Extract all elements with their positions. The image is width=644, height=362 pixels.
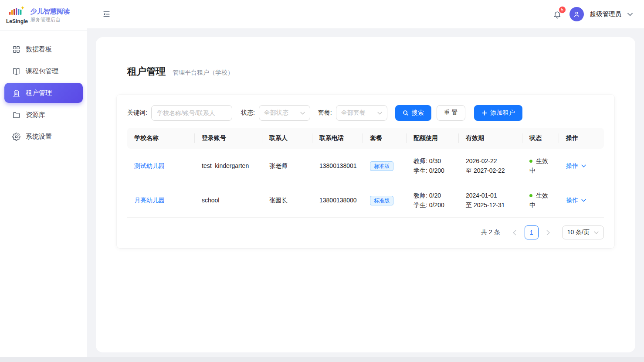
quota-student: 学生: 0/200 <box>414 166 452 175</box>
user-icon <box>573 10 580 18</box>
pagination-next-button[interactable] <box>542 226 555 239</box>
col-contact: 联系人 <box>262 128 312 149</box>
valid-to: 至 2025-12-31 <box>466 200 515 210</box>
table-header-row: 学校名称 登录账号 联系人 联系电话 套餐 配额使用 有效期 状态 操作 <box>127 128 604 149</box>
login-account: test_kindergarten <box>195 149 262 183</box>
validity-cell: 2024-01-01 至 2025-12-31 <box>459 183 522 218</box>
login-account: school <box>195 183 262 218</box>
sidebar-item-label: 资源库 <box>26 111 45 119</box>
col-quota: 配额使用 <box>407 128 459 149</box>
validity-cell: 2026-02-22 至 2027-02-22 <box>459 149 522 183</box>
sidebar-item-label: 系统设置 <box>26 133 52 141</box>
status-dot-icon <box>529 194 532 197</box>
table-row: 月亮幼儿园 school 张园长 13800138000 标准版 教师: 0/2… <box>127 183 604 218</box>
page-title: 租户管理 <box>127 65 166 78</box>
search-button[interactable]: 搜索 <box>395 105 431 121</box>
status-dot-icon <box>529 160 532 163</box>
search-icon <box>403 110 409 116</box>
plan-tag: 标准版 <box>370 161 393 171</box>
tenant-table: 学校名称 登录账号 联系人 联系电话 套餐 配额使用 有效期 状态 操作 <box>127 128 604 218</box>
plan-select-value: 全部套餐 <box>341 109 366 117</box>
row-actions-dropdown[interactable]: 操作 <box>566 161 586 171</box>
status-cell: 生效中 <box>522 183 559 218</box>
notification-button[interactable]: 5 <box>551 8 563 20</box>
status-cell: 生效中 <box>522 149 559 183</box>
status-select-value: 全部状态 <box>264 109 288 117</box>
status-label: 状态: <box>241 109 255 117</box>
sidebar-item-label: 数据看板 <box>26 45 52 54</box>
pagination-page-1[interactable]: 1 <box>525 225 539 239</box>
notification-badge: 5 <box>559 6 566 14</box>
folder-icon <box>12 111 20 119</box>
menu-fold-icon <box>102 10 111 18</box>
tenant-panel: 关键词: 状态: 全部状态 套餐: 全部套餐 <box>117 95 614 248</box>
quota-student: 学生: 0/200 <box>414 200 452 210</box>
table-row: 测试幼儿园 test_kindergarten 张老师 13800138001 … <box>127 149 604 183</box>
plus-icon <box>481 110 488 116</box>
keyword-label: 关键词: <box>127 109 147 117</box>
building-icon <box>12 89 20 97</box>
chevron-down-icon <box>581 164 586 167</box>
pagination-total: 共 2 条 <box>481 229 500 236</box>
chevron-down-icon <box>377 112 382 115</box>
pagination-prev-button[interactable] <box>508 226 521 239</box>
sidebar-item-tenant-management[interactable]: 租户管理 <box>4 83 83 103</box>
col-phone: 联系电话 <box>312 128 363 149</box>
page-subtitle: 管理平台租户（学校） <box>173 69 234 77</box>
col-validity: 有效期 <box>459 128 522 149</box>
contact-name: 张老师 <box>262 149 312 183</box>
sidebar-nav: 数据看板 课程包管理 租户管理 资源库 <box>0 31 87 147</box>
status-select[interactable]: 全部状态 <box>259 105 310 121</box>
col-actions: 操作 <box>559 128 604 149</box>
quota-teacher: 教师: 0/20 <box>414 191 452 200</box>
sidebar: LeSingle 少儿智慧阅读 服务管理后台 数据看板 课程包管理 <box>0 0 87 357</box>
keyword-input[interactable] <box>151 105 232 121</box>
top-header: 5 超级管理员 <box>87 0 644 29</box>
gear-icon <box>12 133 20 141</box>
sidebar-item-resource-library[interactable]: 资源库 <box>4 105 83 125</box>
brand-subtitle: 服务管理后台 <box>31 17 70 23</box>
col-plan: 套餐 <box>363 128 407 149</box>
logo-wordmark: LeSingle <box>6 18 26 24</box>
plan-select[interactable]: 全部套餐 <box>336 105 387 121</box>
sidebar-collapse-button[interactable] <box>100 8 112 20</box>
plan-tag: 标准版 <box>370 196 393 205</box>
sidebar-item-system-settings[interactable]: 系统设置 <box>4 126 83 147</box>
contact-name: 张园长 <box>262 183 312 218</box>
page-head: 租户管理 管理平台租户（学校） <box>127 65 614 78</box>
add-tenant-button[interactable]: 添加租户 <box>474 105 522 121</box>
logo-bars-icon <box>7 6 26 17</box>
plan-label: 套餐: <box>318 109 332 117</box>
quota-teacher: 教师: 0/30 <box>414 156 452 166</box>
chevron-down-icon <box>594 231 599 234</box>
school-name-link[interactable]: 月亮幼儿园 <box>134 197 165 204</box>
chevron-down-icon[interactable] <box>627 13 633 16</box>
page-size-value: 10 条/页 <box>567 229 590 236</box>
sidebar-item-label: 课程包管理 <box>26 67 58 75</box>
lesingle-logo-icon: LeSingle <box>6 6 26 24</box>
pagination: 共 2 条 1 10 条/页 <box>127 225 604 239</box>
contact-phone: 13800138001 <box>312 149 363 183</box>
quota-cell: 教师: 0/30 学生: 0/200 <box>407 149 459 183</box>
contact-phone: 13800138000 <box>312 183 363 218</box>
content-card: 租户管理 管理平台租户（学校） 关键词: 状态: 全部状态 套餐: <box>96 37 635 352</box>
quota-cell: 教师: 0/20 学生: 0/200 <box>407 183 459 218</box>
col-status: 状态 <box>522 128 559 149</box>
user-name[interactable]: 超级管理员 <box>590 10 622 18</box>
book-icon <box>12 67 20 75</box>
brand: LeSingle 少儿智慧阅读 服务管理后台 <box>0 0 87 31</box>
sidebar-item-dashboard[interactable]: 数据看板 <box>4 39 83 59</box>
school-name-link[interactable]: 测试幼儿园 <box>134 162 165 169</box>
brand-title: 少儿智慧阅读 <box>31 7 70 16</box>
row-actions-dropdown[interactable]: 操作 <box>566 195 586 205</box>
chevron-left-icon <box>512 230 516 236</box>
valid-to: 至 2027-02-22 <box>466 166 515 175</box>
avatar[interactable] <box>569 7 584 21</box>
page-size-select[interactable]: 10 条/页 <box>562 225 604 239</box>
sidebar-item-label: 租户管理 <box>26 89 52 97</box>
chevron-down-icon <box>581 199 586 202</box>
col-login-account: 登录账号 <box>195 128 262 149</box>
sidebar-item-course-packages[interactable]: 课程包管理 <box>4 61 83 81</box>
reset-button[interactable]: 重 置 <box>437 105 465 121</box>
main-content: 租户管理 管理平台租户（学校） 关键词: 状态: 全部状态 套餐: <box>87 29 644 357</box>
